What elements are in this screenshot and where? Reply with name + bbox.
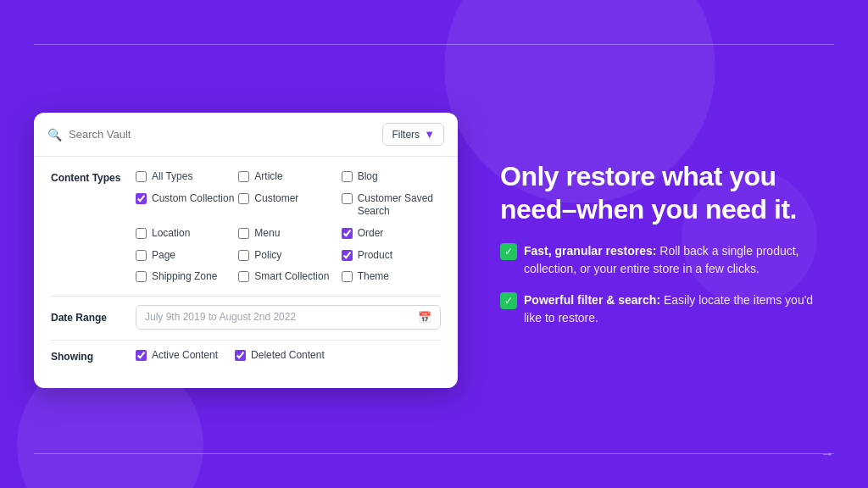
- list-item[interactable]: Custom Collection: [136, 192, 235, 219]
- checkbox-smart-collection[interactable]: [238, 271, 249, 282]
- checkbox-label: Customer Saved Search: [358, 192, 441, 219]
- date-range-section: Date Range July 9th 2019 to August 2nd 2…: [51, 305, 441, 330]
- feature-text-2: Powerful filter & search: Easily locate …: [524, 291, 834, 327]
- checkbox-label: All Types: [152, 170, 192, 184]
- list-item[interactable]: Customer Saved Search: [342, 192, 441, 219]
- list-item[interactable]: Active Content: [136, 349, 218, 363]
- list-item[interactable]: Page: [136, 249, 235, 263]
- checkbox-label: Location: [152, 227, 190, 241]
- checkbox-label: Shipping Zone: [152, 270, 217, 284]
- list-item[interactable]: Blog: [342, 170, 441, 184]
- search-bar: 🔍 Filters ▼: [34, 113, 458, 157]
- list-item[interactable]: Theme: [342, 270, 441, 284]
- feature-text-1: Fast, granular restores: Roll back a sin…: [524, 242, 834, 278]
- checkbox-customer[interactable]: [238, 193, 249, 204]
- checkbox-customer-saved-search[interactable]: [342, 193, 353, 204]
- list-item[interactable]: Deleted Content: [235, 349, 325, 363]
- checkbox-deleted-content[interactable]: [235, 350, 246, 361]
- feature-item-1: ✓ Fast, granular restores: Roll back a s…: [500, 242, 834, 278]
- list-item[interactable]: All Types: [136, 170, 235, 184]
- checkbox-shipping-zone[interactable]: [136, 271, 147, 282]
- section-divider: [51, 296, 441, 297]
- feature-item-2: ✓ Powerful filter & search: Easily locat…: [500, 291, 834, 327]
- content-types-section: Content Types All Types Article Blog: [51, 170, 441, 284]
- search-input[interactable]: [69, 128, 376, 141]
- checkbox-page[interactable]: [136, 250, 147, 261]
- filters-button[interactable]: Filters ▼: [382, 123, 444, 146]
- list-item[interactable]: Location: [136, 227, 235, 241]
- list-item[interactable]: Customer: [238, 192, 337, 219]
- list-item[interactable]: Order: [342, 227, 441, 241]
- calendar-icon: 📅: [418, 311, 431, 324]
- checkbox-active-content[interactable]: [136, 350, 147, 361]
- showing-checkboxes: Active Content Deleted Content: [136, 349, 325, 363]
- arrow-icon: →: [821, 446, 834, 462]
- checkbox-label: Smart Collection: [254, 270, 329, 284]
- content-types-label: Content Types: [51, 170, 136, 184]
- checkbox-article[interactable]: [238, 171, 249, 182]
- top-divider: [34, 44, 834, 45]
- checkbox-label: Page: [152, 249, 175, 263]
- headline: Only restore what you need–when you need…: [500, 160, 834, 225]
- checkbox-product[interactable]: [342, 250, 353, 261]
- checkbox-location[interactable]: [136, 228, 147, 239]
- checkboxes-grid: All Types Article Blog Custom Collection: [136, 170, 441, 284]
- checkbox-label: Customer: [254, 192, 298, 206]
- checkbox-label: Menu: [254, 227, 280, 241]
- section-divider-2: [51, 340, 441, 341]
- feature-title-1: Fast, granular restores:: [524, 244, 656, 258]
- checkbox-label: Theme: [358, 270, 389, 284]
- checkbox-label: Order: [358, 227, 384, 241]
- list-item[interactable]: Smart Collection: [238, 270, 337, 284]
- date-range-label: Date Range: [51, 310, 136, 324]
- checkbox-label: Product: [358, 249, 392, 263]
- list-item[interactable]: Product: [342, 249, 441, 263]
- checkbox-order[interactable]: [342, 228, 353, 239]
- checkbox-label: Blog: [358, 170, 378, 184]
- checkbox-label: Deleted Content: [251, 349, 325, 363]
- checkbox-policy[interactable]: [238, 250, 249, 261]
- checkbox-blog[interactable]: [342, 171, 353, 182]
- search-icon: 🔍: [47, 128, 62, 141]
- checkbox-label: Article: [254, 170, 282, 184]
- main-container: 🔍 Filters ▼ Content Types All Types: [34, 59, 834, 441]
- checkbox-label: Active Content: [152, 349, 218, 363]
- feature-title-2: Powerful filter & search:: [524, 293, 660, 307]
- date-range-input[interactable]: July 9th 2019 to August 2nd 2022 📅: [136, 305, 441, 330]
- showing-section: Showing Active Content Deleted Content: [51, 349, 441, 363]
- bottom-divider: →: [34, 453, 834, 454]
- check-icon-2: ✓: [500, 292, 517, 309]
- checkbox-custom-collection[interactable]: [136, 193, 147, 204]
- checkbox-theme[interactable]: [342, 271, 353, 282]
- date-range-value: July 9th 2019 to August 2nd 2022: [145, 311, 411, 323]
- checkbox-menu[interactable]: [238, 228, 249, 239]
- checkbox-label: Policy: [254, 249, 281, 263]
- checkbox-all-types[interactable]: [136, 171, 147, 182]
- ui-card: 🔍 Filters ▼ Content Types All Types: [34, 113, 458, 388]
- list-item[interactable]: Menu: [238, 227, 337, 241]
- list-item[interactable]: Article: [238, 170, 337, 184]
- right-panel: Only restore what you need–when you need…: [492, 160, 834, 341]
- filters-label: Filters: [392, 129, 420, 141]
- checkbox-label: Custom Collection: [152, 192, 234, 206]
- showing-label: Showing: [51, 349, 136, 363]
- card-content: Content Types All Types Article Blog: [34, 157, 458, 388]
- list-item[interactable]: Policy: [238, 249, 337, 263]
- check-icon-1: ✓: [500, 243, 517, 260]
- filter-funnel-icon: ▼: [424, 128, 435, 141]
- list-item[interactable]: Shipping Zone: [136, 270, 235, 284]
